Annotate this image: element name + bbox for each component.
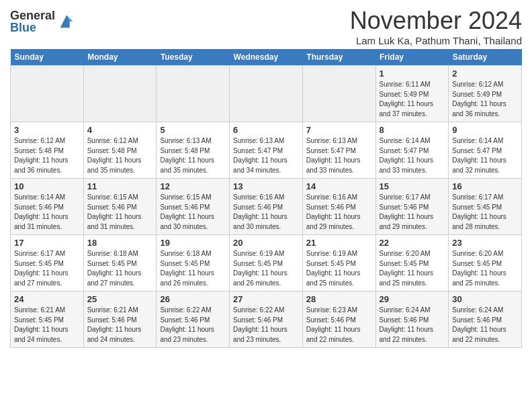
calendar-cell: 11Sunrise: 6:15 AM Sunset: 5:46 PM Dayli… [83,179,157,235]
day-info: Sunrise: 6:13 AM Sunset: 5:47 PM Dayligh… [233,136,299,175]
day-info: Sunrise: 6:14 AM Sunset: 5:47 PM Dayligh… [452,136,518,175]
calendar-cell: 19Sunrise: 6:18 AM Sunset: 5:45 PM Dayli… [157,235,230,291]
calendar-week-row: 17Sunrise: 6:17 AM Sunset: 5:45 PM Dayli… [11,235,522,291]
month-title: November 2024 [350,7,522,35]
day-info: Sunrise: 6:15 AM Sunset: 5:46 PM Dayligh… [160,193,226,232]
day-info: Sunrise: 6:17 AM Sunset: 5:45 PM Dayligh… [452,193,518,232]
day-info: Sunrise: 6:15 AM Sunset: 5:46 PM Dayligh… [87,193,153,232]
calendar-cell: 23Sunrise: 6:20 AM Sunset: 5:45 PM Dayli… [449,235,522,291]
day-number: 15 [380,181,445,191]
calendar-cell: 16Sunrise: 6:17 AM Sunset: 5:45 PM Dayli… [449,179,522,235]
calendar-cell: 9Sunrise: 6:14 AM Sunset: 5:47 PM Daylig… [449,122,522,179]
day-number: 11 [87,181,153,191]
day-number: 2 [452,68,518,79]
calendar-cell [230,66,303,122]
day-info: Sunrise: 6:20 AM Sunset: 5:45 PM Dayligh… [380,249,445,288]
calendar-cell: 5Sunrise: 6:13 AM Sunset: 5:48 PM Daylig… [157,122,230,179]
day-number: 13 [233,181,299,191]
day-number: 25 [87,294,153,304]
calendar-week-row: 24Sunrise: 6:21 AM Sunset: 5:45 PM Dayli… [11,291,522,348]
day-info: Sunrise: 6:16 AM Sunset: 5:46 PM Dayligh… [306,193,372,232]
day-number: 17 [14,238,80,248]
calendar-cell [157,66,230,122]
calendar-cell: 14Sunrise: 6:16 AM Sunset: 5:46 PM Dayli… [302,179,375,235]
calendar-cell: 6Sunrise: 6:13 AM Sunset: 5:47 PM Daylig… [230,122,303,179]
calendar-cell: 18Sunrise: 6:18 AM Sunset: 5:45 PM Dayli… [83,235,157,291]
day-info: Sunrise: 6:22 AM Sunset: 5:46 PM Dayligh… [160,306,226,345]
day-info: Sunrise: 6:18 AM Sunset: 5:45 PM Dayligh… [87,249,153,288]
calendar-cell: 21Sunrise: 6:19 AM Sunset: 5:45 PM Dayli… [302,235,375,291]
day-number: 21 [306,238,372,248]
day-number: 3 [14,125,80,135]
calendar-cell: 2Sunrise: 6:12 AM Sunset: 5:49 PM Daylig… [449,66,522,122]
day-info: Sunrise: 6:21 AM Sunset: 5:46 PM Dayligh… [87,306,153,345]
day-number: 8 [380,125,445,135]
calendar-cell: 8Sunrise: 6:14 AM Sunset: 5:47 PM Daylig… [375,122,449,179]
weekday-header: Wednesday [230,49,303,66]
day-number: 26 [160,294,226,304]
page-header: General Blue November 2024 Lam Luk Ka, P… [10,7,522,46]
day-info: Sunrise: 6:17 AM Sunset: 5:46 PM Dayligh… [380,193,445,232]
calendar-cell: 20Sunrise: 6:19 AM Sunset: 5:45 PM Dayli… [230,235,303,291]
day-number: 18 [87,238,153,248]
weekday-header: Tuesday [157,49,230,66]
location: Lam Luk Ka, Pathum Thani, Thailand [350,35,522,46]
calendar-cell: 4Sunrise: 6:12 AM Sunset: 5:48 PM Daylig… [83,122,157,179]
day-info: Sunrise: 6:13 AM Sunset: 5:47 PM Dayligh… [306,136,372,175]
calendar-cell [302,66,375,122]
day-info: Sunrise: 6:12 AM Sunset: 5:48 PM Dayligh… [87,136,153,175]
day-number: 9 [452,125,518,135]
day-info: Sunrise: 6:13 AM Sunset: 5:48 PM Dayligh… [160,136,226,175]
logo-icon [57,12,76,31]
title-section: November 2024 Lam Luk Ka, Pathum Thani, … [350,7,522,46]
calendar-week-row: 3Sunrise: 6:12 AM Sunset: 5:48 PM Daylig… [11,122,522,179]
calendar-cell: 1Sunrise: 6:11 AM Sunset: 5:49 PM Daylig… [375,66,449,122]
day-info: Sunrise: 6:18 AM Sunset: 5:45 PM Dayligh… [160,249,226,288]
day-number: 10 [14,181,80,191]
day-info: Sunrise: 6:21 AM Sunset: 5:45 PM Dayligh… [14,306,80,345]
weekday-header: Saturday [449,49,522,66]
day-info: Sunrise: 6:24 AM Sunset: 5:46 PM Dayligh… [380,306,445,345]
weekday-header-row: SundayMondayTuesdayWednesdayThursdayFrid… [11,49,522,66]
logo-general: General [10,9,55,21]
calendar-week-row: 1Sunrise: 6:11 AM Sunset: 5:49 PM Daylig… [11,66,522,122]
logo: General Blue [10,9,76,34]
day-number: 20 [233,238,299,248]
logo-text: General Blue [10,9,55,34]
day-info: Sunrise: 6:19 AM Sunset: 5:45 PM Dayligh… [233,249,299,288]
weekday-header: Monday [83,49,157,66]
day-number: 12 [160,181,226,191]
day-info: Sunrise: 6:16 AM Sunset: 5:46 PM Dayligh… [233,193,299,232]
weekday-header: Friday [375,49,449,66]
calendar-cell: 27Sunrise: 6:22 AM Sunset: 5:46 PM Dayli… [230,291,303,348]
calendar-cell: 12Sunrise: 6:15 AM Sunset: 5:46 PM Dayli… [157,179,230,235]
calendar-cell: 7Sunrise: 6:13 AM Sunset: 5:47 PM Daylig… [302,122,375,179]
day-number: 1 [380,68,445,79]
day-info: Sunrise: 6:14 AM Sunset: 5:46 PM Dayligh… [14,193,80,232]
day-info: Sunrise: 6:11 AM Sunset: 5:49 PM Dayligh… [380,80,445,119]
day-info: Sunrise: 6:22 AM Sunset: 5:46 PM Dayligh… [233,306,299,345]
day-info: Sunrise: 6:20 AM Sunset: 5:45 PM Dayligh… [452,249,518,288]
calendar-cell: 13Sunrise: 6:16 AM Sunset: 5:46 PM Dayli… [230,179,303,235]
calendar-cell: 28Sunrise: 6:23 AM Sunset: 5:46 PM Dayli… [302,291,375,348]
calendar-cell: 30Sunrise: 6:24 AM Sunset: 5:46 PM Dayli… [449,291,522,348]
day-number: 14 [306,181,372,191]
day-info: Sunrise: 6:23 AM Sunset: 5:46 PM Dayligh… [306,306,372,345]
calendar-cell: 3Sunrise: 6:12 AM Sunset: 5:48 PM Daylig… [11,122,84,179]
calendar-cell: 10Sunrise: 6:14 AM Sunset: 5:46 PM Dayli… [11,179,84,235]
day-number: 19 [160,238,226,248]
calendar-cell: 24Sunrise: 6:21 AM Sunset: 5:45 PM Dayli… [11,291,84,348]
day-number: 30 [452,294,518,304]
weekday-header: Thursday [302,49,375,66]
day-number: 6 [233,125,299,135]
calendar-cell: 15Sunrise: 6:17 AM Sunset: 5:46 PM Dayli… [375,179,449,235]
day-info: Sunrise: 6:14 AM Sunset: 5:47 PM Dayligh… [380,136,445,175]
calendar-table: SundayMondayTuesdayWednesdayThursdayFrid… [10,49,522,348]
weekday-header: Sunday [11,49,84,66]
calendar-cell: 26Sunrise: 6:22 AM Sunset: 5:46 PM Dayli… [157,291,230,348]
logo-blue: Blue [10,21,55,34]
day-number: 23 [452,238,518,248]
day-info: Sunrise: 6:19 AM Sunset: 5:45 PM Dayligh… [306,249,372,288]
day-number: 7 [306,125,372,135]
day-number: 4 [87,125,153,135]
